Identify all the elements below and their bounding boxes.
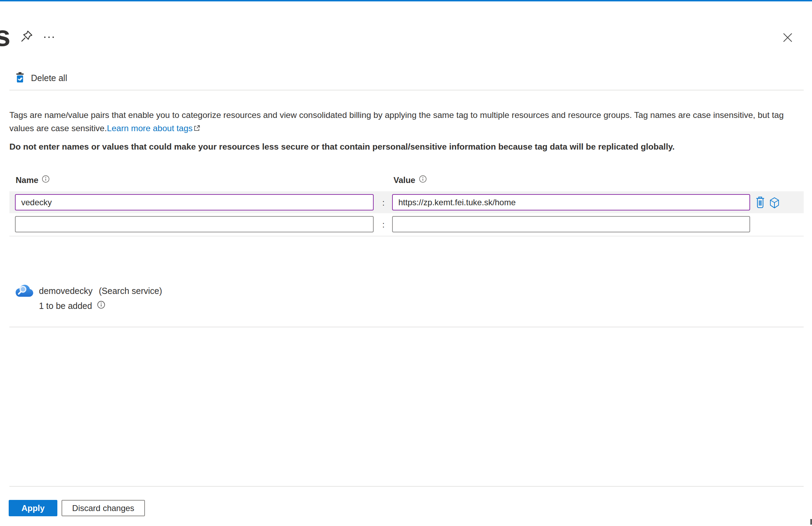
top-accent-line	[0, 0, 812, 1]
tag-value-input[interactable]	[392, 194, 750, 210]
external-link-icon[interactable]	[193, 122, 201, 136]
search-service-icon	[15, 282, 33, 300]
tag-name-input-empty[interactable]	[15, 216, 374, 232]
tag-value-input-empty[interactable]	[392, 216, 750, 232]
cube-icon[interactable]	[769, 197, 780, 210]
apply-button[interactable]: Apply	[9, 500, 57, 516]
resource-row: demovedecky (Search service)	[39, 286, 162, 296]
grid-bottom-bar	[9, 236, 804, 237]
close-icon[interactable]	[781, 31, 794, 45]
value-header-label: Value	[393, 175, 415, 185]
delete-all-icon	[15, 72, 25, 84]
discard-changes-button[interactable]: Discard changes	[62, 500, 145, 516]
learn-more-link[interactable]: Learn more about tags	[107, 123, 193, 133]
footer-actions: Apply Discard changes	[9, 500, 145, 516]
pin-icon[interactable]	[20, 29, 33, 47]
name-column-header: Name	[16, 175, 50, 185]
page-title: s	[0, 22, 10, 50]
tag-name-input[interactable]	[15, 194, 374, 210]
name-value-separator: :	[381, 198, 386, 208]
info-icon[interactable]	[97, 301, 105, 311]
value-column-header: Value	[393, 175, 427, 185]
security-warning-text: Do not enter names or values that could …	[9, 142, 802, 152]
info-icon[interactable]	[419, 175, 427, 185]
resource-section-divider	[9, 327, 804, 327]
tags-description: Tags are name/value pairs that enable yo…	[9, 109, 802, 136]
more-icon[interactable]	[43, 35, 55, 41]
delete-all-label: Delete all	[31, 73, 67, 83]
resource-name: demovedecky	[39, 286, 92, 296]
toolbar-divider	[9, 90, 804, 90]
resource-status-row: 1 to be added	[39, 301, 105, 311]
resource-status: 1 to be added	[39, 301, 92, 311]
name-value-separator: :	[381, 220, 386, 230]
scrollbar-fragment[interactable]	[810, 519, 812, 525]
info-icon[interactable]	[42, 175, 50, 185]
delete-all-button[interactable]: Delete all	[15, 72, 67, 84]
footer-divider	[9, 486, 804, 487]
tags-blade: s Delete all	[0, 0, 812, 526]
delete-row-icon[interactable]	[755, 196, 765, 210]
resource-type: (Search service)	[99, 286, 162, 296]
name-header-label: Name	[16, 175, 38, 185]
